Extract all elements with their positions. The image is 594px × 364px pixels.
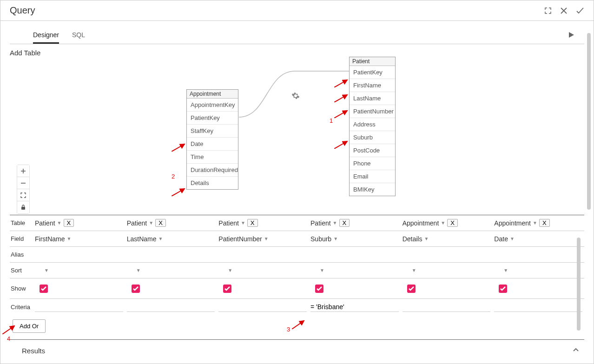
remove-column-button[interactable]: X bbox=[155, 219, 166, 227]
field-address[interactable]: Address bbox=[350, 118, 395, 131]
table-node-appointment[interactable]: Appointment AppointmentKey PatientKey St… bbox=[186, 89, 238, 190]
show-checkbox[interactable] bbox=[132, 285, 140, 293]
show-checkbox[interactable] bbox=[40, 285, 48, 293]
svg-line-0 bbox=[334, 80, 347, 87]
field-patientnumber[interactable]: PatientNumber bbox=[350, 105, 395, 118]
field-cell: Suburb▼ bbox=[309, 233, 401, 245]
arrow-icon bbox=[334, 78, 349, 87]
field-select[interactable]: Details▼ bbox=[403, 234, 429, 244]
grid-row-criteria: Criteria bbox=[10, 299, 584, 315]
lock-icon[interactable] bbox=[17, 201, 29, 213]
sort-cell[interactable]: ▼ bbox=[492, 266, 584, 274]
sort-cell[interactable]: ▼ bbox=[33, 266, 125, 274]
remove-column-button[interactable]: X bbox=[447, 219, 458, 227]
table-title: Appointment bbox=[187, 90, 238, 99]
field-lastname[interactable]: LastName bbox=[350, 92, 395, 105]
field-firstname[interactable]: FirstName bbox=[350, 79, 395, 92]
arrow-icon bbox=[172, 142, 186, 152]
field-cell: LastName▼ bbox=[125, 233, 217, 245]
field-staffkey[interactable]: StaffKey bbox=[187, 125, 238, 138]
zoom-out-button[interactable] bbox=[17, 177, 29, 189]
criteria-input[interactable] bbox=[218, 302, 307, 312]
field-select[interactable]: Date▼ bbox=[494, 234, 514, 244]
criteria-cell bbox=[125, 301, 217, 313]
field-durationrequired[interactable]: DurationRequired bbox=[187, 164, 238, 177]
show-cell bbox=[125, 283, 217, 294]
sort-cell[interactable]: ▼ bbox=[309, 266, 401, 274]
arrow-icon bbox=[334, 139, 349, 149]
field-email[interactable]: Email bbox=[350, 170, 395, 183]
field-details[interactable]: Details bbox=[187, 177, 238, 189]
criteria-input[interactable] bbox=[127, 302, 215, 312]
alias-cell[interactable] bbox=[492, 253, 584, 256]
show-checkbox[interactable] bbox=[223, 285, 231, 293]
show-checkbox[interactable] bbox=[407, 285, 416, 293]
alias-cell[interactable] bbox=[401, 253, 493, 256]
svg-line-2 bbox=[334, 111, 347, 118]
zoom-fit-button[interactable] bbox=[17, 189, 29, 201]
arrow-icon bbox=[334, 109, 349, 118]
scrollbar[interactable] bbox=[577, 238, 581, 331]
sort-cell[interactable]: ▼ bbox=[125, 266, 217, 274]
chevron-down-icon: ▼ bbox=[320, 268, 324, 273]
run-icon[interactable] bbox=[568, 31, 575, 40]
alias-cell[interactable] bbox=[217, 253, 309, 256]
table-node-patient[interactable]: Patient PatientKey FirstName LastName Pa… bbox=[349, 57, 396, 196]
remove-column-button[interactable]: X bbox=[539, 219, 550, 227]
table-select[interactable]: Patient▼ bbox=[35, 218, 62, 228]
chevron-down-icon: ▼ bbox=[136, 268, 141, 273]
field-bmikey[interactable]: BMIKey bbox=[350, 183, 395, 196]
table-select[interactable]: Patient▼ bbox=[218, 218, 245, 228]
field-select[interactable]: PatientNumber▼ bbox=[218, 234, 268, 244]
alias-cell[interactable] bbox=[309, 253, 401, 256]
add-table-label[interactable]: Add Table bbox=[0, 44, 594, 57]
designer-canvas[interactable]: Appointment AppointmentKey PatientKey St… bbox=[10, 57, 584, 215]
field-appointmentkey[interactable]: AppointmentKey bbox=[187, 99, 238, 112]
criteria-input[interactable] bbox=[310, 302, 399, 312]
chevron-up-icon[interactable] bbox=[572, 346, 580, 355]
row-label-alias: Alias bbox=[10, 251, 33, 258]
field-phone[interactable]: Phone bbox=[350, 157, 395, 170]
results-panel[interactable]: Results bbox=[10, 339, 584, 362]
scrollbar[interactable] bbox=[587, 33, 591, 210]
row-label-field: Field bbox=[10, 235, 33, 242]
table-select[interactable]: Appointment▼ bbox=[403, 218, 446, 228]
zoom-in-button[interactable] bbox=[17, 165, 29, 177]
show-checkbox[interactable] bbox=[499, 285, 507, 293]
table-select[interactable]: Appointment▼ bbox=[494, 218, 537, 228]
field-suburb[interactable]: Suburb bbox=[350, 131, 395, 144]
sort-cell[interactable]: ▼ bbox=[401, 266, 493, 274]
close-icon[interactable] bbox=[560, 7, 568, 14]
field-select[interactable]: Suburb▼ bbox=[310, 234, 338, 244]
criteria-cell bbox=[492, 301, 584, 313]
confirm-icon[interactable] bbox=[576, 7, 584, 15]
field-patientkey[interactable]: PatientKey bbox=[187, 112, 238, 125]
field-date[interactable]: Date bbox=[187, 138, 238, 151]
alias-cell[interactable] bbox=[33, 253, 125, 256]
field-time[interactable]: Time bbox=[187, 151, 238, 164]
field-select[interactable]: LastName▼ bbox=[127, 234, 163, 244]
remove-column-button[interactable]: X bbox=[64, 219, 74, 227]
row-label-criteria: Criteria bbox=[10, 304, 33, 311]
field-patientkey[interactable]: PatientKey bbox=[350, 66, 395, 79]
field-postcode[interactable]: PostCode bbox=[350, 144, 395, 157]
add-or-button[interactable]: Add Or bbox=[13, 319, 46, 333]
criteria-input[interactable] bbox=[494, 302, 582, 312]
remove-column-button[interactable]: X bbox=[339, 219, 350, 227]
sort-cell[interactable]: ▼ bbox=[217, 266, 309, 274]
table-select[interactable]: Patient▼ bbox=[127, 218, 154, 228]
table-select[interactable]: Patient▼ bbox=[310, 218, 337, 228]
gear-icon[interactable] bbox=[291, 92, 300, 101]
tab-sql[interactable]: SQL bbox=[72, 27, 85, 44]
criteria-input[interactable] bbox=[35, 302, 123, 312]
svg-line-1 bbox=[334, 95, 347, 102]
remove-column-button[interactable]: X bbox=[247, 219, 258, 227]
field-select[interactable]: FirstName▼ bbox=[35, 234, 71, 244]
show-checkbox[interactable] bbox=[315, 285, 323, 293]
fullscreen-icon[interactable] bbox=[544, 7, 552, 14]
table-cell: Appointment▼X bbox=[401, 217, 493, 229]
criteria-input[interactable] bbox=[403, 302, 491, 312]
alias-cell[interactable] bbox=[125, 253, 217, 256]
row-label-table: Table bbox=[10, 219, 33, 226]
tab-designer[interactable]: Designer bbox=[33, 27, 59, 44]
